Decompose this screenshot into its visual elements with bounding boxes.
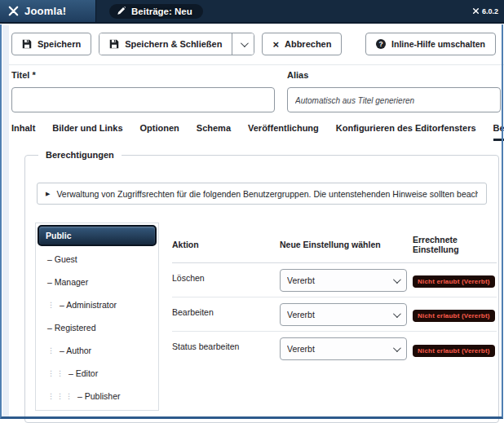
save-close-split-button: Speichern & Schließen (99, 33, 254, 55)
usergroup-item-guest[interactable]: – Guest (36, 248, 158, 271)
details-arrow-icon: ▶ (46, 191, 50, 197)
setting-select-wrap: Vererbt (280, 269, 407, 292)
close-icon: × (272, 39, 279, 50)
setting-select-wrap: Vererbt (280, 303, 407, 326)
tab-konfigurieren-des-editorfensters[interactable]: Konfigurieren des Editorfensters (336, 123, 476, 141)
tab-optionen[interactable]: Optionen (140, 123, 179, 141)
chevron-down-icon (241, 39, 249, 47)
usergroup-item-manager[interactable]: – Manager (36, 271, 158, 293)
permissions-table-header: Aktion Neue Einstellung wählen Errechnet… (172, 227, 497, 263)
toolbar: Speichern Speichern & Schließen × Abbrec… (11, 33, 496, 55)
save-icon (22, 39, 32, 49)
column-header-aktion: Aktion (172, 240, 280, 249)
page-title: Beiträge: Neu (109, 4, 203, 19)
save-button[interactable]: Speichern (11, 33, 91, 55)
usergroup-item-editor[interactable]: ⋮⋮ – Editor (36, 362, 158, 385)
tree-level-dots: ⋮ (47, 346, 56, 355)
setting-select-wrap: Vererbt (280, 337, 407, 360)
alias-field-group: Alias (287, 70, 501, 112)
tab-bilder-und-links[interactable]: Bilder und Links (52, 123, 122, 141)
tab-inhalt[interactable]: Inhalt (11, 123, 35, 141)
table-row-status-bearbeiten: Status bearbeiten Vererbt Nicht erlaubt … (172, 332, 497, 366)
action-label: Bearbeiten (172, 297, 280, 317)
pencil-icon (117, 7, 126, 15)
save-icon (109, 39, 119, 49)
permissions-table: Aktion Neue Einstellung wählen Errechnet… (172, 227, 497, 366)
usergroup-item-publisher[interactable]: ⋮⋮⋮ – Publisher (36, 385, 158, 408)
joomla-version-icon (472, 7, 480, 15)
usergroup-item-administrator[interactable]: ⋮ – Administrator (36, 293, 158, 316)
usergroup-list: Public – Guest – Manager ⋮ – Administrat… (35, 223, 159, 411)
alias-input[interactable] (287, 87, 501, 112)
tree-level-dots: ⋮⋮ (47, 369, 65, 377)
tree-level-dots: ⋮ (47, 301, 56, 309)
usergroup-item-author[interactable]: ⋮ – Author (36, 339, 158, 362)
action-label: Löschen (172, 263, 280, 283)
setting-select-status-bearbeiten[interactable]: Vererbt (280, 337, 407, 360)
save-options-dropdown-toggle[interactable] (232, 33, 254, 55)
table-row-loeschen: Löschen Vererbt Nicht erlaubt (Vererbt) (172, 263, 497, 297)
inline-help-toggle-button[interactable]: ? Inline-Hilfe umschalten (365, 33, 496, 55)
joomla-logo-icon (7, 5, 20, 17)
tab-schema[interactable]: Schema (197, 123, 231, 141)
title-label: Titel * (11, 70, 275, 80)
calculated-setting-badge: Nicht erlaubt (Vererbt) (413, 345, 495, 357)
version-badge: 6.0.2 (472, 7, 498, 15)
help-icon: ? (376, 39, 386, 49)
title-field-group: Titel * (11, 70, 275, 112)
top-header-bar: Joomla! Beiträge: Neu 6.0.2 (0, 0, 504, 24)
left-gutter (2, 25, 9, 416)
toolbar-divider (9, 64, 504, 65)
cancel-button[interactable]: × Abbrechen (262, 33, 342, 55)
permissions-legend: Berechtigungen (38, 150, 122, 160)
joomla-logo[interactable]: Joomla! (0, 0, 96, 22)
permissions-fieldset: Berechtigungen ▶ Verwaltung von Zugriffs… (24, 155, 499, 423)
save-close-button[interactable]: Speichern & Schließen (99, 33, 232, 55)
usergroup-item-registered[interactable]: – Registered (36, 316, 158, 339)
permissions-notice-text: Verwaltung von Zugriffsrechten für die f… (56, 189, 478, 199)
permissions-notice-toggle[interactable]: ▶ Verwaltung von Zugriffsrechten für die… (37, 183, 487, 205)
calculated-setting-badge: Nicht erlaubt (Vererbt) (413, 275, 495, 288)
tab-berechtigungen[interactable]: Berechtigungen (493, 123, 504, 141)
article-edit-tabs: Inhalt Bilder und Links Optionen Schema … (11, 123, 504, 141)
tree-level-dots: ⋮⋮⋮ (47, 392, 74, 400)
setting-select-loeschen[interactable]: Vererbt (280, 269, 407, 292)
action-label: Status bearbeiten (172, 332, 280, 351)
column-header-errechnete-einstellung: Errechnete Einstellung (413, 235, 497, 254)
tab-veroeffentlichung[interactable]: Veröffentlichung (248, 123, 319, 141)
alias-label: Alias (287, 70, 501, 80)
calculated-setting-badge: Nicht erlaubt (Vererbt) (413, 310, 495, 322)
table-row-bearbeiten: Bearbeiten Vererbt Nicht erlaubt (Vererb… (172, 297, 497, 332)
usergroup-item-public[interactable]: Public (38, 225, 157, 246)
title-input[interactable] (11, 87, 275, 112)
logo-text: Joomla! (24, 5, 66, 17)
setting-select-bearbeiten[interactable]: Vererbt (280, 303, 407, 326)
column-header-neue-einstellung: Neue Einstellung wählen (280, 240, 413, 249)
